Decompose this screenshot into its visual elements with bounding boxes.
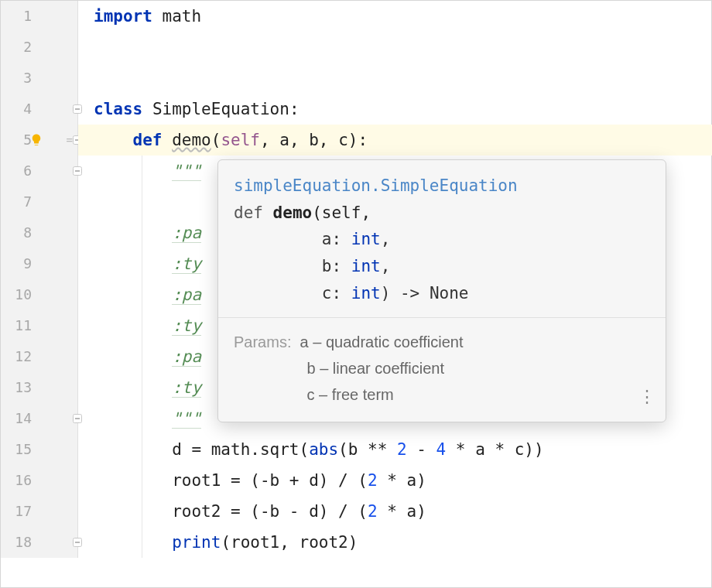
- code-cell-17[interactable]: root2 = (-b - d) / (2 * a): [78, 496, 712, 527]
- gutter-line-13[interactable]: 13: [1, 372, 78, 403]
- type-int: int: [351, 284, 381, 303]
- gutter-line-10[interactable]: 10: [1, 279, 78, 310]
- line-number: 10: [10, 279, 32, 310]
- gutter-line-5[interactable]: 5=: [1, 125, 78, 156]
- code-line[interactable]: 15 d = math.sqrt(abs(b ** 2 - 4 * a * c)…: [1, 434, 712, 465]
- gutter-line-11[interactable]: 11: [1, 310, 78, 341]
- sig-open: (self,: [312, 203, 371, 222]
- fn-name[interactable]: demo: [172, 131, 211, 149]
- line-number: 17: [10, 496, 32, 527]
- gutter-line-1[interactable]: 1: [1, 1, 78, 32]
- code-cell-4[interactable]: class SimpleEquation:: [78, 94, 712, 125]
- line-number: 9: [10, 248, 32, 279]
- gutter-line-16[interactable]: 16: [1, 465, 78, 496]
- param-b: b: [322, 257, 332, 275]
- quick-doc-popup: simpleEquation.SimpleEquation def demo(s…: [217, 159, 666, 422]
- gutter-line-6[interactable]: 6: [1, 156, 78, 186]
- code-line[interactable]: 18 print(root1, root2): [1, 527, 712, 558]
- code-cell-1[interactable]: import math: [78, 1, 712, 32]
- kw-import: import: [94, 7, 152, 26]
- function-name: demo: [273, 203, 313, 222]
- code-cell-18[interactable]: print(root1, root2): [78, 527, 712, 558]
- kebab-menu-icon[interactable]: ⋮: [638, 382, 655, 411]
- params-block: Params: a – quadratic coefficient b – li…: [218, 318, 666, 422]
- docstring: :ty: [172, 378, 201, 398]
- line-number: 3: [10, 63, 32, 94]
- line-number: 12: [10, 341, 32, 372]
- code-line[interactable]: 16 root1 = (-b + d) / (2 * a): [1, 465, 712, 496]
- code-cell-2[interactable]: [78, 32, 712, 63]
- builtin-print: print: [172, 533, 221, 552]
- line-number: 14: [10, 403, 32, 434]
- docstring: """: [172, 409, 201, 429]
- code-line[interactable]: 17 root2 = (-b - d) / (2 * a): [1, 496, 712, 527]
- param-c: c: [322, 284, 332, 303]
- line-number: 16: [10, 465, 32, 496]
- code-line[interactable]: 2: [1, 32, 712, 63]
- gutter-line-18[interactable]: 18: [1, 527, 78, 558]
- code-cell-16[interactable]: root1 = (-b + d) / (2 * a): [78, 465, 712, 496]
- code-cell-15[interactable]: d = math.sqrt(abs(b ** 2 - 4 * a * c)): [78, 434, 712, 465]
- gutter-line-4[interactable]: 4: [1, 94, 78, 125]
- param-desc-c: c – free term: [306, 386, 393, 403]
- signature-block: simpleEquation.SimpleEquation def demo(s…: [218, 160, 666, 318]
- line-number: 15: [10, 434, 32, 465]
- line-number: 7: [10, 186, 32, 217]
- type-int: int: [351, 257, 381, 275]
- line-number: 6: [10, 156, 32, 186]
- docstring: :pa: [172, 285, 201, 305]
- def-keyword: def: [234, 203, 263, 222]
- line-number: 5: [10, 125, 32, 156]
- gutter-line-15[interactable]: 15: [1, 434, 78, 465]
- kw-class: class: [94, 100, 142, 118]
- docstring: """: [172, 162, 201, 181]
- line-number: 13: [10, 372, 32, 403]
- module-math: math: [163, 7, 202, 26]
- gutter-line-12[interactable]: 12: [1, 341, 78, 372]
- line-number: 18: [10, 527, 32, 558]
- param-a: a: [322, 230, 332, 248]
- code-line[interactable]: 4class SimpleEquation:: [1, 94, 712, 125]
- param-desc-a: a – quadratic coefficient: [300, 333, 464, 350]
- gutter-line-14[interactable]: 14: [1, 403, 78, 434]
- type-int: int: [351, 230, 381, 248]
- gutter-line-2[interactable]: 2: [1, 32, 78, 63]
- docstring: :pa: [172, 224, 201, 243]
- docstring: :pa: [172, 347, 201, 367]
- kw-def: def: [133, 131, 163, 149]
- gutter-line-7[interactable]: 7: [1, 186, 78, 217]
- gutter-line-3[interactable]: 3: [1, 63, 78, 94]
- param-desc-b: b – linear coefficient: [306, 360, 444, 377]
- code-line[interactable]: 1import math: [1, 1, 712, 32]
- builtin-abs: abs: [309, 440, 338, 459]
- gutter-line-9[interactable]: 9: [1, 248, 78, 279]
- code-cell-3[interactable]: [78, 63, 712, 94]
- gutter-line-17[interactable]: 17: [1, 496, 78, 527]
- line-number: 1: [10, 1, 32, 32]
- code-line[interactable]: 5= def demo(self, a, b, c):: [1, 125, 712, 156]
- qualified-name: simpleEquation.SimpleEquation: [234, 176, 518, 195]
- code-editor[interactable]: 1import math234class SimpleEquation:5= d…: [0, 0, 712, 588]
- line-number: 2: [10, 32, 32, 63]
- params-label: Params:: [234, 333, 291, 350]
- self-param: self: [221, 131, 260, 149]
- return-type: ) -> None: [381, 284, 469, 303]
- breakpoint-slot-icon[interactable]: =: [67, 125, 73, 156]
- line-number: 4: [10, 94, 32, 125]
- line-number: 11: [10, 310, 32, 341]
- code-cell-5[interactable]: def demo(self, a, b, c):: [78, 125, 712, 156]
- class-name: SimpleEquation: [152, 100, 289, 118]
- code-line[interactable]: 3: [1, 63, 712, 94]
- line-number: 8: [10, 217, 32, 248]
- docstring: :ty: [172, 255, 201, 274]
- gutter-line-8[interactable]: 8: [1, 217, 78, 248]
- docstring: :ty: [172, 316, 201, 336]
